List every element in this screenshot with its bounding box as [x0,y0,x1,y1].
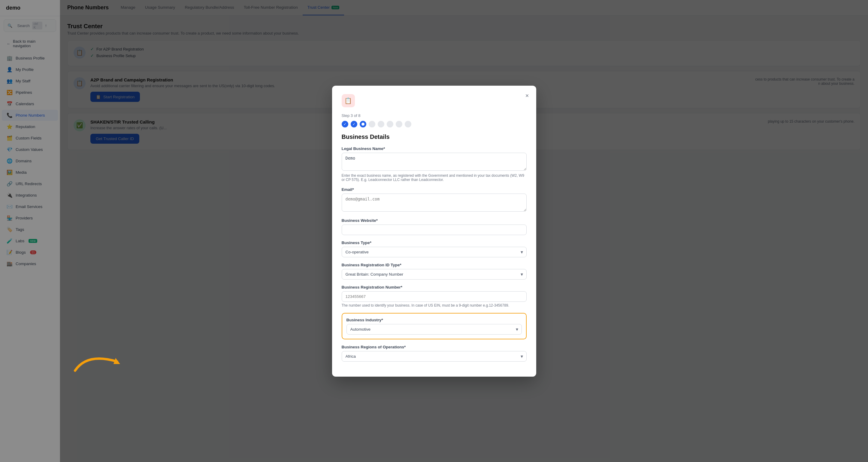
business-reg-number-group: Business Registration Number* The number… [342,285,527,308]
business-regions-select[interactable]: AfricaAsiaEuropeNorth AmericaSouth Ameri… [342,351,527,362]
business-industry-label: Business Industry* [346,318,522,322]
business-reg-id-type-group: Business Registration ID Type* Great Bri… [342,263,527,280]
modal-close-button[interactable]: × [524,91,530,100]
legal-business-name-hint: Enter the exact business name, as regist… [342,173,527,182]
business-reg-number-hint: The number used to identify your busines… [342,303,527,308]
modal-icon: 📋 [342,94,355,107]
modal-title: Business Details [342,134,527,140]
email-label: Email* [342,187,527,192]
modal-backdrop: 📋 × Step 3 of 8 ✓✓ Business Details Lega… [0,0,868,462]
step-dot-7 [396,121,402,127]
legal-business-name-group: Legal Business Name* Demo Enter the exac… [342,146,527,182]
business-reg-number-input[interactable] [342,291,527,302]
business-type-label: Business Type* [342,240,527,245]
step-dot-4 [369,121,375,127]
business-regions-group: Business Regions of Operations* AfricaAs… [342,345,527,362]
step-dot-1: ✓ [342,121,348,127]
business-type-select[interactable]: Co-operativeSole ProprietorshipLLCCorpor… [342,247,527,257]
modal-header: 📋 [342,94,527,107]
email-input[interactable] [342,194,527,212]
step-dot-5 [378,121,384,127]
legal-business-name-input[interactable]: Demo [342,153,527,171]
business-website-group: Business Website* demo.com [342,218,527,235]
business-reg-id-type-label: Business Registration ID Type* [342,263,527,267]
step-dot-6 [387,121,393,127]
step-dots: ✓✓ [342,121,527,127]
business-type-group: Business Type* Co-operativeSole Propriet… [342,240,527,257]
step-indicator: Step 3 of 8 [342,113,527,118]
business-details-modal: 📋 × Step 3 of 8 ✓✓ Business Details Lega… [332,86,536,377]
step-dot-8 [405,121,411,127]
business-industry-highlighted-group: Business Industry* AutomotiveAgriculture… [342,313,527,339]
business-reg-id-type-select[interactable]: Great Britain: Company NumberUS EINOther [342,269,527,280]
business-website-input[interactable]: demo.com [342,225,527,235]
step-dot-3 [360,121,366,127]
business-industry-select[interactable]: AutomotiveAgricultureBankingConsumerEduc… [346,324,522,335]
business-reg-number-label: Business Registration Number* [342,285,527,289]
step-dot-2: ✓ [351,121,357,127]
email-group: Email* [342,187,527,213]
business-regions-label: Business Regions of Operations* [342,345,527,349]
business-website-label: Business Website* [342,218,527,223]
legal-business-name-label: Legal Business Name* [342,146,527,151]
business-industry-group: Business Industry* AutomotiveAgriculture… [346,318,522,335]
